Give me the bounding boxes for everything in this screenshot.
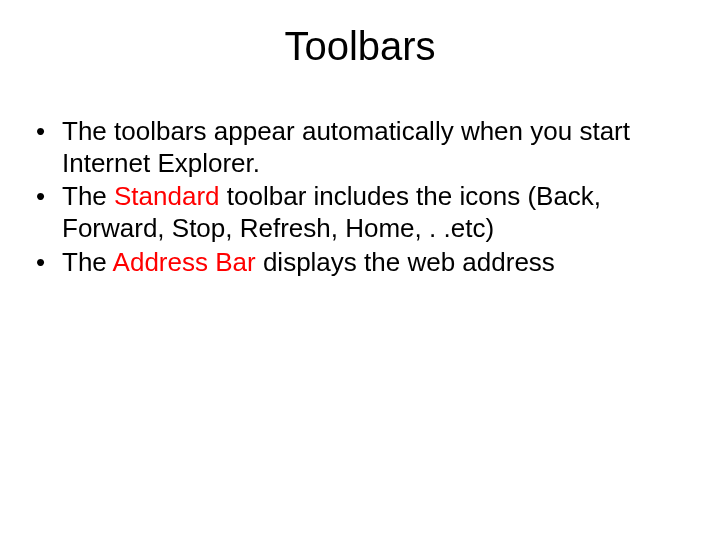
accent-text: Address Bar: [113, 247, 256, 277]
bullet-dot: •: [34, 247, 62, 279]
bullet-dot: •: [34, 116, 62, 179]
accent-text: Standard: [114, 181, 220, 211]
text-run: The: [62, 181, 114, 211]
slide-title: Toolbars: [0, 24, 720, 69]
bullet-item: • The Address Bar displays the web addre…: [34, 247, 660, 279]
bullet-item: • The toolbars appear automatically when…: [34, 116, 660, 179]
text-run: The toolbars appear automatically when y…: [62, 116, 630, 178]
bullet-dot: •: [34, 181, 62, 244]
bullet-item: • The Standard toolbar includes the icon…: [34, 181, 660, 244]
slide-body: • The toolbars appear automatically when…: [34, 116, 660, 281]
bullet-text: The Address Bar displays the web address: [62, 247, 660, 279]
text-run: The: [62, 247, 113, 277]
slide: Toolbars • The toolbars appear automatic…: [0, 0, 720, 540]
bullet-text: The Standard toolbar includes the icons …: [62, 181, 660, 244]
bullet-text: The toolbars appear automatically when y…: [62, 116, 660, 179]
text-run: displays the web address: [256, 247, 555, 277]
